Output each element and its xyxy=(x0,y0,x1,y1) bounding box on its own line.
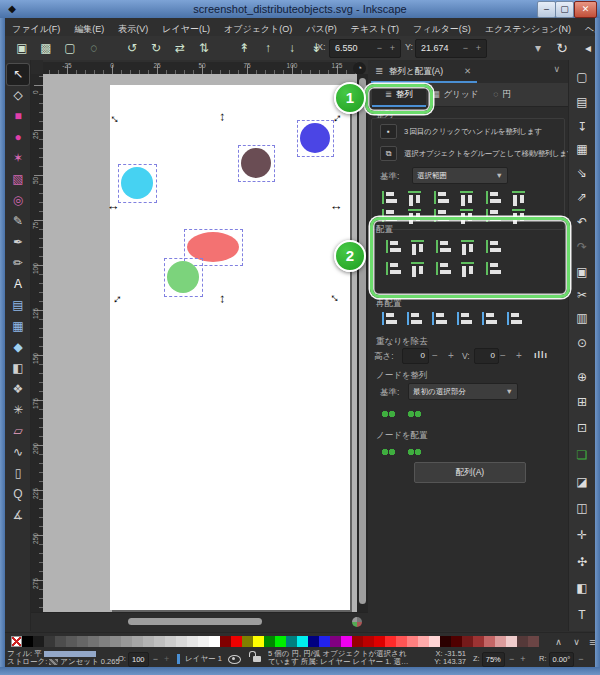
palette-swatch[interactable] xyxy=(253,636,264,647)
palette-swatch[interactable] xyxy=(407,636,418,647)
palette-swatch[interactable] xyxy=(495,636,506,647)
palette-swatch[interactable] xyxy=(121,636,132,647)
align-handles-toggle[interactable]: ▪ xyxy=(380,124,397,139)
palette-swatch[interactable] xyxy=(418,636,429,647)
h-gap-field[interactable]: 0 xyxy=(402,348,429,364)
selection-scale-handle[interactable]: ↔ xyxy=(217,110,231,124)
select-all-button[interactable]: ▣ xyxy=(13,39,31,57)
create-clone-button[interactable]: ◪ xyxy=(572,472,592,492)
palette-swatch[interactable] xyxy=(110,636,121,647)
palette-scroll-up-icon[interactable]: ∧ xyxy=(551,635,566,649)
h-gap-decrement[interactable]: − xyxy=(432,348,438,363)
palette-swatch[interactable] xyxy=(88,636,99,647)
save-document-button[interactable]: ↧ xyxy=(572,117,592,137)
align-left-edges[interactable] xyxy=(407,189,422,206)
tab-circular[interactable]: ◌円 xyxy=(484,83,520,105)
selector-tool[interactable]: ↖ xyxy=(7,64,29,85)
palette-swatch[interactable] xyxy=(132,636,143,647)
blue-circle[interactable] xyxy=(300,123,330,153)
lower-to-bottom-button[interactable]: ↡ xyxy=(307,39,325,57)
selection-scale-handle[interactable]: ↔ xyxy=(106,199,120,213)
paint-bucket-tool[interactable]: ◧ xyxy=(7,358,29,379)
align-nodes-vertical[interactable] xyxy=(406,406,423,421)
palette-swatch[interactable] xyxy=(319,636,330,647)
close-button[interactable]: ✕ xyxy=(574,1,597,18)
panel-dropdown-icon[interactable]: ∨ xyxy=(553,64,560,74)
rotation-field[interactable]: 0.00° xyxy=(549,652,575,667)
zoom-decrement[interactable]: − xyxy=(507,654,516,664)
text-dialog-button[interactable]: T xyxy=(572,605,592,625)
palette-scroll-down-icon[interactable]: ∨ xyxy=(569,635,584,649)
palette-swatch[interactable] xyxy=(22,636,33,647)
page-tool[interactable]: ▯ xyxy=(7,463,29,484)
canvas-viewport[interactable]: ↔↔↔↔↔↔↔↔ xyxy=(43,74,357,612)
opacity-decrement[interactable]: − xyxy=(151,654,160,664)
node-tool[interactable]: ◇ xyxy=(7,85,29,106)
stroke-color-swatch[interactable] xyxy=(49,659,58,665)
deselect-button[interactable]: ▢ xyxy=(61,39,79,57)
x-coordinate-field[interactable]: 6.550 − + xyxy=(329,39,401,58)
group-button[interactable]: ✛ xyxy=(572,525,592,545)
palette-swatch[interactable] xyxy=(242,636,253,647)
fill-stroke-indicator[interactable]: フィル: 平 ストローク:アンセット 0.265 xyxy=(7,650,117,667)
align-nodes-horizontal[interactable] xyxy=(380,406,397,421)
palette-swatch[interactable] xyxy=(473,636,484,647)
dropper-tool[interactable]: ◆ xyxy=(7,337,29,358)
zoom-to-selection-button[interactable]: ⊙ xyxy=(572,333,592,353)
ellipse-tool[interactable]: ● xyxy=(7,127,29,148)
layer-lock-icon[interactable] xyxy=(253,656,261,662)
palette-swatch[interactable] xyxy=(429,636,440,647)
rotation-decrement[interactable]: − xyxy=(576,654,585,664)
palette-swatch[interactable] xyxy=(77,636,88,647)
selection-bbox-button[interactable]: ◌ xyxy=(85,39,103,57)
palette-swatch[interactable] xyxy=(231,636,242,647)
palette-swatch[interactable] xyxy=(55,636,66,647)
x-decrement[interactable]: − xyxy=(377,40,382,57)
green-circle[interactable] xyxy=(167,261,199,293)
palette-swatch[interactable] xyxy=(154,636,165,647)
randomize-positions[interactable] xyxy=(480,311,497,326)
open-document-button[interactable]: ▤ xyxy=(572,92,592,112)
palette-swatch[interactable] xyxy=(363,636,374,647)
align-text-horizontal[interactable] xyxy=(511,189,526,206)
spiral-tool[interactable]: ◎ xyxy=(7,190,29,211)
fill-stroke-dialog-button[interactable]: ◧ xyxy=(572,578,592,598)
print-button[interactable]: ▦ xyxy=(572,139,592,159)
v-gap-decrement[interactable]: − xyxy=(500,348,506,363)
minimize-button[interactable]: – xyxy=(537,1,556,18)
nodes-relative-dropdown[interactable]: 最初の選択部分 ▼ xyxy=(408,383,518,400)
palette-swatch[interactable] xyxy=(220,636,231,647)
relative-to-dropdown[interactable]: 選択範囲 ▼ xyxy=(412,167,508,184)
remove-overlaps-button[interactable]: ıllı xyxy=(534,350,548,360)
align-left-to-right-edge[interactable] xyxy=(484,190,501,205)
palette-swatch[interactable] xyxy=(308,636,319,647)
calligraphy-tool[interactable]: ✏ xyxy=(7,253,29,274)
units-dropdown-icon[interactable]: ▾ xyxy=(529,39,547,57)
palette-swatch[interactable] xyxy=(451,636,462,647)
y-increment[interactable]: + xyxy=(476,40,481,57)
palette-swatch[interactable] xyxy=(528,636,539,647)
palette-swatch[interactable] xyxy=(341,636,352,647)
measure-tool[interactable]: ∡ xyxy=(7,505,29,526)
flip-vertical-button[interactable]: ⇅ xyxy=(195,39,213,57)
paste-button[interactable]: ▥ xyxy=(572,308,592,328)
tweak-tool[interactable]: ❖ xyxy=(7,379,29,400)
brown-circle[interactable] xyxy=(241,148,271,178)
rotate-cw-button[interactable]: ↻ xyxy=(147,39,165,57)
zoom-to-page-button[interactable]: ⊞ xyxy=(572,392,592,412)
box3d-tool[interactable]: ▧ xyxy=(7,169,29,190)
maximize-button[interactable]: ▢ xyxy=(555,1,574,18)
align-center-horizontal[interactable] xyxy=(432,190,449,205)
copy-button[interactable]: ▣ xyxy=(572,262,592,282)
selection-scale-handle[interactable]: ↔ xyxy=(329,199,343,213)
y-coordinate-field[interactable]: 21.674 − + xyxy=(415,39,487,58)
unlink-clone-button[interactable]: ◫ xyxy=(572,498,592,518)
vertical-scrollbar[interactable] xyxy=(357,74,368,612)
palette-swatch[interactable] xyxy=(264,636,275,647)
flip-horizontal-button[interactable]: ⇄ xyxy=(171,39,189,57)
align-right-edges[interactable] xyxy=(459,189,474,206)
select-all-layers-button[interactable]: ▩ xyxy=(37,39,55,57)
palette-swatch[interactable] xyxy=(44,636,55,647)
horizontal-scrollbar[interactable] xyxy=(31,612,368,632)
arrange-button[interactable]: 配列(A) xyxy=(414,462,526,483)
